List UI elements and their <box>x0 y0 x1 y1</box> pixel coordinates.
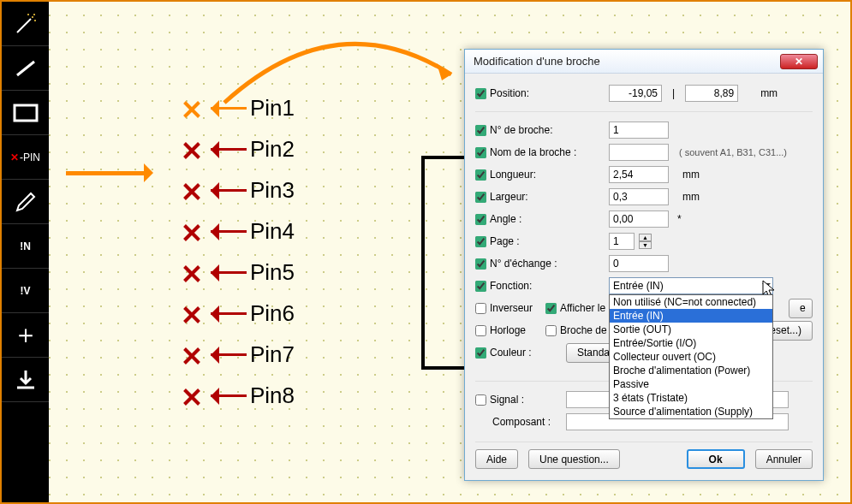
pin-arrow-icon <box>202 180 247 200</box>
pin-list: Pin1 Pin2 Pin3 Pin4 Pin5 Pin6 Pin7 Pin8 <box>182 87 295 416</box>
function-option[interactable]: 3 états (Tristate) <box>610 391 772 405</box>
width-checkbox[interactable] <box>475 192 486 203</box>
pin-x-icon <box>182 180 202 200</box>
chevron-up-icon[interactable]: ▲ <box>639 234 652 241</box>
signal-checkbox[interactable] <box>475 394 486 406</box>
exchange-input[interactable] <box>609 255 669 272</box>
function-option[interactable]: Entrée (IN) <box>610 309 772 323</box>
color-checkbox[interactable] <box>475 347 486 359</box>
close-icon: ✕ <box>795 56 803 68</box>
component-label: Composant : <box>475 416 561 428</box>
width-label[interactable]: Largeur: <box>475 191 604 203</box>
wand-icon <box>14 12 38 36</box>
pin-edit-dialog: Modification d'une broche ✕ Position: | … <box>464 49 824 481</box>
tool-iv[interactable]: !V <box>2 269 49 313</box>
pencil-icon <box>14 190 38 214</box>
pin-label: Pin7 <box>250 341 295 368</box>
function-label[interactable]: Fonction: <box>475 280 604 292</box>
pin-arrow-icon <box>202 344 247 365</box>
pin-x-icon: ✕ <box>10 151 19 163</box>
toolbar: ✕-PIN !N !V ＋ <box>2 2 49 502</box>
clock-label[interactable]: Horloge <box>475 324 540 336</box>
pin-x-icon <box>182 262 202 282</box>
function-option[interactable]: Sortie (OUT) <box>610 323 772 336</box>
function-selected: Entrée (IN) <box>613 280 664 292</box>
inverter-checkbox[interactable] <box>475 303 486 314</box>
angle-checkbox[interactable] <box>475 214 486 225</box>
function-option[interactable]: Source d'alimentation (Supply) <box>610 405 772 418</box>
pin-number-checkbox[interactable] <box>475 125 486 136</box>
page-label[interactable]: Page : <box>475 235 604 247</box>
function-option[interactable]: Passive <box>610 377 772 391</box>
show-num-checkbox[interactable] <box>545 303 557 314</box>
pin-row[interactable]: Pin2 <box>182 128 295 169</box>
dialog-titlebar[interactable]: Modification d'une broche ✕ <box>465 50 823 74</box>
pin-name-label[interactable]: Nom de la broche : <box>475 146 604 158</box>
inverter-label[interactable]: Inverseur <box>475 302 540 314</box>
tool-line[interactable] <box>2 46 49 91</box>
width-input[interactable] <box>609 188 669 205</box>
pin-name-input[interactable] <box>609 144 669 161</box>
function-option[interactable]: Collecteur ouvert (OC) <box>610 350 772 364</box>
svg-point-4 <box>33 14 35 15</box>
exchange-label[interactable]: N° d'échange : <box>475 258 604 270</box>
svg-line-5 <box>17 62 34 75</box>
length-input[interactable] <box>609 166 669 183</box>
length-label[interactable]: Longueur: <box>475 169 604 181</box>
pin-row[interactable]: Pin6 <box>182 293 295 334</box>
page-input[interactable] <box>609 233 635 250</box>
clock-checkbox[interactable] <box>475 325 486 336</box>
pin-label: Pin6 <box>250 300 295 327</box>
ref-pin-checkbox[interactable] <box>545 325 557 336</box>
pin-row[interactable]: Pin8 <box>182 375 295 416</box>
signal-label[interactable]: Signal : <box>475 394 561 406</box>
ok-button[interactable]: Ok <box>687 449 745 469</box>
page-spinner[interactable]: ▲▼ <box>639 234 652 249</box>
function-option[interactable]: Non utilisé (NC=not connected) <box>610 295 772 309</box>
pin-row[interactable]: Pin1 <box>182 87 295 128</box>
position-label[interactable]: Position: <box>475 87 604 99</box>
pin-row[interactable]: Pin4 <box>182 210 295 252</box>
dialog-title: Modification d'une broche <box>474 55 600 68</box>
tool-wand[interactable] <box>2 2 49 46</box>
color-label[interactable]: Couleur : <box>475 347 561 359</box>
position-checkbox[interactable] <box>475 88 486 99</box>
function-dropdown[interactable]: Entrée (IN) Non utilisé (NC=not connecte… <box>609 277 773 294</box>
close-button[interactable]: ✕ <box>780 54 818 69</box>
question-button[interactable]: Une question... <box>528 449 620 469</box>
tool-pin[interactable]: ✕-PIN <box>2 135 49 180</box>
function-option[interactable]: Entrée/Sortie (I/O) <box>610 336 772 350</box>
tool-in[interactable]: !N <box>2 224 49 269</box>
tool-rect[interactable] <box>2 91 49 135</box>
function-option[interactable]: Broche d'alimentation (Power) <box>610 364 772 377</box>
svg-point-3 <box>34 20 36 21</box>
page-checkbox[interactable] <box>475 236 486 247</box>
pin-name-checkbox[interactable] <box>475 147 486 158</box>
pin-label: Pin3 <box>250 177 295 204</box>
pin-row[interactable]: Pin5 <box>182 252 295 293</box>
hidden-e-button[interactable]: e <box>789 299 813 318</box>
angle-label[interactable]: Angle : <box>475 213 604 225</box>
pin-label: Pin5 <box>250 259 295 286</box>
position-y-input[interactable] <box>685 85 738 102</box>
length-checkbox[interactable] <box>475 169 486 181</box>
pin-row[interactable]: Pin7 <box>182 334 295 375</box>
pin-x-icon <box>182 139 202 159</box>
tool-plus[interactable]: ＋ <box>2 313 49 358</box>
exchange-checkbox[interactable] <box>475 258 486 270</box>
position-x-input[interactable] <box>609 85 662 102</box>
help-button[interactable]: Aide <box>475 449 518 469</box>
function-checkbox[interactable] <box>475 281 486 292</box>
tool-pencil[interactable] <box>2 180 49 224</box>
svg-point-1 <box>32 16 33 18</box>
pin-number-label[interactable]: N° de broche: <box>475 124 604 136</box>
chevron-down-icon[interactable]: ▼ <box>639 241 652 249</box>
pin-x-icon <box>182 98 202 118</box>
pin-number-input[interactable] <box>609 122 669 139</box>
pin-row[interactable]: Pin3 <box>182 169 295 210</box>
angle-input[interactable] <box>609 210 669 228</box>
function-dropdown-list: Non utilisé (NC=not connected) Entrée (I… <box>609 294 773 419</box>
cancel-button[interactable]: Annuler <box>755 449 813 469</box>
tool-download[interactable] <box>2 358 49 402</box>
angle-unit: * <box>677 213 682 225</box>
